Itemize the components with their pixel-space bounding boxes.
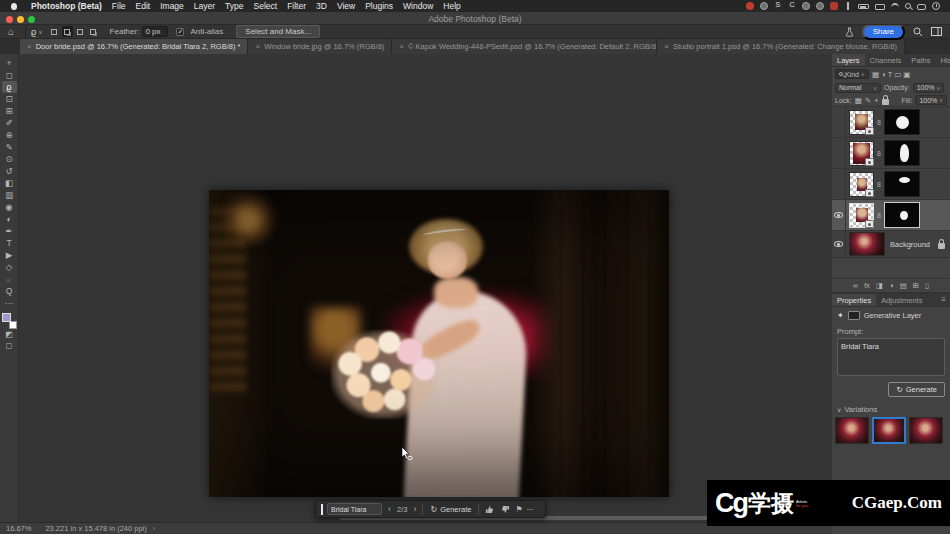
- app-globe-icon[interactable]: [802, 2, 810, 10]
- clone-stamp-tool[interactable]: ⊙: [2, 153, 17, 165]
- layer-row-generative-2[interactable]: 8: [832, 138, 950, 169]
- app-record-icon[interactable]: [746, 2, 754, 10]
- eraser-tool[interactable]: ◧: [2, 177, 17, 189]
- layer-mask-thumbnail[interactable]: [884, 202, 920, 228]
- background-color-swatch[interactable]: [9, 321, 17, 329]
- crop-tool[interactable]: ⊞: [2, 105, 17, 117]
- wifi-icon[interactable]: [891, 2, 899, 10]
- adjustment-layer-icon[interactable]: ◑: [889, 281, 894, 290]
- brush-tool[interactable]: ✎: [2, 141, 17, 153]
- menu-3d[interactable]: 3D: [316, 1, 327, 11]
- menu-help[interactable]: Help: [443, 1, 460, 11]
- control-center-icon[interactable]: [917, 4, 926, 10]
- history-brush-tool[interactable]: ↺: [2, 165, 17, 177]
- select-and-mask-button[interactable]: Select and Mask...: [236, 25, 320, 38]
- anti-alias-checkbox[interactable]: ✓: [176, 28, 184, 36]
- variation-thumbnail-3[interactable]: [909, 417, 943, 444]
- share-button[interactable]: Share: [862, 24, 905, 40]
- dodge-tool[interactable]: ◐: [2, 213, 17, 225]
- filter-icon-2[interactable]: T: [887, 70, 894, 79]
- layer-thumbnail[interactable]: [849, 172, 874, 197]
- taskbar-more-options-button[interactable]: ⋯: [527, 505, 536, 514]
- workspace-switcher-icon[interactable]: [931, 27, 942, 36]
- variations-section-header[interactable]: ∨ Variations: [832, 397, 950, 417]
- layer-row-generative-4[interactable]: 8: [832, 200, 950, 231]
- home-icon[interactable]: ⌂: [8, 27, 14, 37]
- menu-edit[interactable]: Edit: [136, 1, 151, 11]
- menu-photoshop-beta[interactable]: Photoshop (Beta): [31, 1, 102, 11]
- screen-mode-button[interactable]: ◻: [2, 340, 17, 351]
- lasso-tool-icon[interactable]: ϱ: [31, 27, 36, 37]
- marquee-tool[interactable]: ◻: [2, 69, 17, 81]
- document-tab[interactable]: ×Door bride.psd @ 16.7% (Generated: Brid…: [20, 39, 248, 54]
- next-variation-button[interactable]: ›: [411, 504, 418, 514]
- layer-row-generative-1[interactable]: 8: [832, 107, 950, 138]
- opacity-dropdown[interactable]: 100% ∨: [913, 83, 945, 93]
- new-group-icon[interactable]: ▤: [900, 281, 907, 290]
- menu-image[interactable]: Image: [160, 1, 184, 11]
- visibility-toggle[interactable]: [832, 231, 846, 257]
- app-s-icon[interactable]: [774, 2, 782, 10]
- lock-position-icon[interactable]: +: [874, 96, 878, 105]
- menu-file[interactable]: File: [112, 1, 126, 11]
- foreground-color-swatch[interactable]: [2, 313, 11, 322]
- clock-icon[interactable]: [932, 2, 940, 10]
- add-to-selection-button[interactable]: [62, 26, 73, 37]
- app-copyright-icon[interactable]: [788, 2, 796, 10]
- layer-mask-thumbnail[interactable]: [884, 109, 920, 135]
- close-tab-icon[interactable]: ×: [27, 42, 32, 51]
- app-antivirus-icon[interactable]: [830, 2, 838, 10]
- tab-history[interactable]: History: [935, 54, 950, 66]
- layer-mask-thumbnail[interactable]: [884, 171, 920, 197]
- previous-variation-button[interactable]: ‹: [386, 504, 393, 514]
- search-icon[interactable]: [913, 27, 923, 37]
- visibility-toggle[interactable]: [832, 169, 846, 199]
- app-one-icon[interactable]: [760, 2, 768, 10]
- close-tab-icon[interactable]: ×: [664, 42, 669, 51]
- blend-mode-dropdown[interactable]: Normal ∨: [835, 83, 881, 93]
- lock-all-icon[interactable]: [882, 99, 889, 105]
- search-icon[interactable]: [905, 3, 911, 9]
- visibility-toggle[interactable]: [832, 200, 846, 230]
- layer-thumbnail[interactable]: [849, 203, 874, 228]
- panel-menu-icon[interactable]: ≡: [937, 294, 950, 306]
- generate-button[interactable]: ↻ Generate: [888, 382, 945, 397]
- move-tool[interactable]: +: [2, 57, 17, 69]
- link-layers-icon[interactable]: ∞: [853, 281, 858, 290]
- visibility-toggle[interactable]: [832, 107, 846, 137]
- blur-tool[interactable]: ◉: [2, 201, 17, 213]
- visibility-toggle[interactable]: [832, 138, 846, 168]
- status-chevron-icon[interactable]: ›: [153, 524, 156, 533]
- subtract-selection-button[interactable]: [75, 26, 86, 37]
- apple-menu-icon[interactable]: [10, 2, 18, 10]
- prompt-textarea[interactable]: Bridal Tiara: [837, 338, 945, 376]
- taskbar-generate-button[interactable]: ↻ Generate: [427, 505, 474, 514]
- layer-mask-thumbnail[interactable]: [884, 140, 920, 166]
- feather-input[interactable]: [142, 26, 168, 37]
- gradient-tool[interactable]: ▥: [2, 189, 17, 201]
- document-tab[interactable]: ×Studio portrait 1.psd @ 16.7% (Generate…: [657, 39, 905, 54]
- battery-icon[interactable]: [858, 4, 869, 9]
- layer-thumbnail[interactable]: [849, 232, 885, 256]
- object-selection-tool[interactable]: ⊡: [2, 93, 17, 105]
- layer-row-background[interactable]: Background: [832, 231, 950, 258]
- menu-view[interactable]: View: [337, 1, 355, 11]
- report-flag-button[interactable]: ⚑: [515, 505, 522, 514]
- variation-thumbnail-2[interactable]: [872, 417, 906, 444]
- quick-mask-button[interactable]: ◩: [2, 329, 17, 340]
- thumbs-up-button[interactable]: [483, 505, 495, 514]
- hand-tool[interactable]: ☞: [2, 273, 17, 285]
- variation-thumbnail-1[interactable]: [835, 417, 869, 444]
- tab-channels[interactable]: Channels: [865, 54, 907, 66]
- filter-icon-0[interactable]: ▦: [871, 70, 880, 79]
- lasso-tool[interactable]: ϱ: [2, 81, 17, 93]
- layer-row-generative-3[interactable]: 8: [832, 169, 950, 200]
- pen-tool[interactable]: ✒: [2, 225, 17, 237]
- shape-tool[interactable]: ◇: [2, 261, 17, 273]
- filter-icon-4[interactable]: ▣: [902, 70, 911, 79]
- close-tab-icon[interactable]: ×: [399, 42, 404, 51]
- keyboard-icon[interactable]: [875, 4, 885, 10]
- zoom-tool[interactable]: Q: [2, 285, 17, 297]
- layer-effects-icon[interactable]: fx: [864, 281, 870, 290]
- type-tool[interactable]: T: [2, 237, 17, 249]
